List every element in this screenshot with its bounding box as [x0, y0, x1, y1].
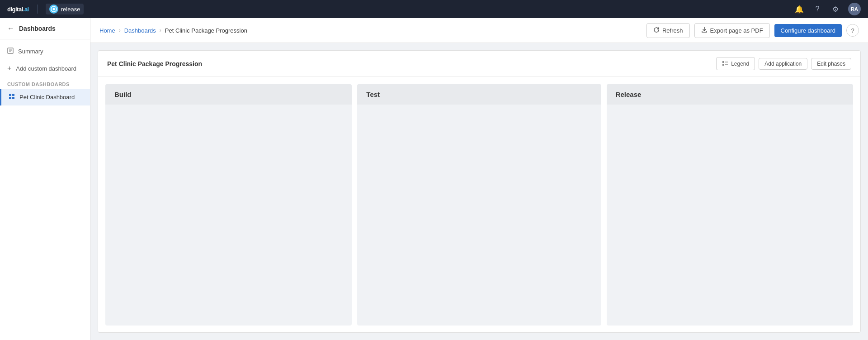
summary-label: Summary	[18, 48, 43, 55]
svg-rect-7	[12, 94, 14, 96]
edit-phases-button[interactable]: Edit phases	[811, 58, 851, 70]
sidebar-item-summary[interactable]: Summary	[0, 43, 90, 60]
brand-logo: digital.ai	[7, 6, 29, 13]
configure-label: Configure dashboard	[781, 27, 835, 34]
topbar-left: digital.ai release	[7, 4, 84, 14]
refresh-label: Refresh	[662, 27, 683, 34]
topbar-right: 🔔 ? ⚙ RA	[794, 3, 861, 15]
release-badge: release	[46, 4, 84, 14]
phase-column-test: Test	[357, 84, 601, 326]
dashboard-card-header: Pet Clinic Package Progression	[98, 51, 860, 77]
add-icon: +	[7, 64, 11, 72]
svg-point-1	[52, 8, 55, 10]
legend-label: Legend	[731, 61, 749, 67]
export-icon	[701, 27, 708, 34]
summary-icon	[7, 48, 14, 55]
svg-rect-6	[9, 94, 11, 96]
refresh-icon	[653, 27, 660, 34]
phase-header-release: Release	[607, 84, 853, 105]
phase-header-test: Test	[357, 84, 601, 105]
svg-rect-8	[9, 97, 11, 99]
product-name: release	[61, 6, 80, 13]
breadcrumb-sep-1: ›	[119, 27, 121, 34]
content-area: Pet Clinic Package Progression	[90, 43, 868, 340]
phase-name-test: Test	[366, 91, 380, 98]
dashboard-icon	[9, 93, 15, 101]
bell-icon[interactable]: 🔔	[794, 4, 805, 14]
user-avatar[interactable]: RA	[848, 3, 861, 15]
legend-icon	[722, 60, 728, 67]
help-icon[interactable]: ?	[812, 4, 823, 14]
breadcrumb-current: Pet Clinic Package Progression	[165, 27, 247, 34]
pet-clinic-label: Pet Clinic Dashboard	[19, 94, 75, 101]
svg-rect-11	[722, 64, 724, 66]
brand-ai: .ai	[23, 6, 29, 13]
dashboard-card: Pet Clinic Package Progression	[98, 50, 861, 333]
breadcrumb-dashboards[interactable]: Dashboards	[124, 27, 156, 34]
configure-dashboard-button[interactable]: Configure dashboard	[774, 24, 842, 37]
sidebar-item-pet-clinic[interactable]: Pet Clinic Dashboard	[0, 89, 90, 105]
phase-column-build: Build	[105, 84, 352, 326]
brand-divider	[37, 5, 38, 14]
svg-rect-10	[722, 61, 724, 63]
back-icon: ←	[7, 24, 14, 33]
breadcrumb-sep-2: ›	[160, 27, 161, 34]
phase-body-test	[357, 105, 601, 286]
dashboard-card-title: Pet Clinic Package Progression	[107, 60, 202, 67]
breadcrumb-home[interactable]: Home	[99, 27, 115, 34]
sidebar-title: Dashboards	[19, 25, 56, 32]
add-dashboard-label: Add custom dashboard	[16, 65, 76, 72]
dashboard-card-actions: Legend Add application Edit phases	[716, 57, 851, 70]
sidebar-section-label: CUSTOM DASHBOARDS	[0, 77, 90, 89]
breadcrumb: Home › Dashboards › Pet Clinic Package P…	[99, 27, 247, 34]
export-button[interactable]: Export page as PDF	[694, 23, 770, 38]
svg-rect-9	[12, 97, 14, 99]
export-label: Export page as PDF	[710, 27, 763, 34]
legend-button[interactable]: Legend	[716, 57, 755, 70]
phases-grid: Build Test Release	[98, 77, 860, 333]
phase-name-build: Build	[114, 91, 132, 98]
help-circle-icon[interactable]: ?	[846, 24, 859, 37]
phase-name-release: Release	[616, 91, 642, 98]
phase-header-build: Build	[105, 84, 352, 105]
settings-icon[interactable]: ⚙	[830, 4, 841, 14]
layout: ← Dashboards Summary + Add custom dashbo…	[0, 18, 868, 340]
brand-name: digital.ai	[7, 6, 29, 13]
sidebar: ← Dashboards Summary + Add custom dashbo…	[0, 18, 90, 340]
phase-body-build	[105, 105, 352, 286]
topbar: digital.ai release 🔔 ? ⚙ RA	[0, 0, 868, 18]
brand-digital: digital	[7, 6, 23, 13]
sidebar-nav: Summary + Add custom dashboard CUSTOM DA…	[0, 39, 90, 109]
header-bar: Home › Dashboards › Pet Clinic Package P…	[90, 18, 868, 43]
phase-column-release: Release	[607, 84, 853, 326]
add-application-button[interactable]: Add application	[759, 58, 807, 70]
release-icon	[49, 5, 58, 14]
sidebar-item-add-dashboard[interactable]: + Add custom dashboard	[0, 60, 90, 77]
header-actions: Refresh Export page as PDF Configure das…	[646, 23, 859, 38]
main-content: Home › Dashboards › Pet Clinic Package P…	[90, 18, 868, 340]
phase-body-release	[607, 105, 853, 286]
sidebar-header[interactable]: ← Dashboards	[0, 18, 90, 39]
refresh-button[interactable]: Refresh	[646, 23, 690, 38]
